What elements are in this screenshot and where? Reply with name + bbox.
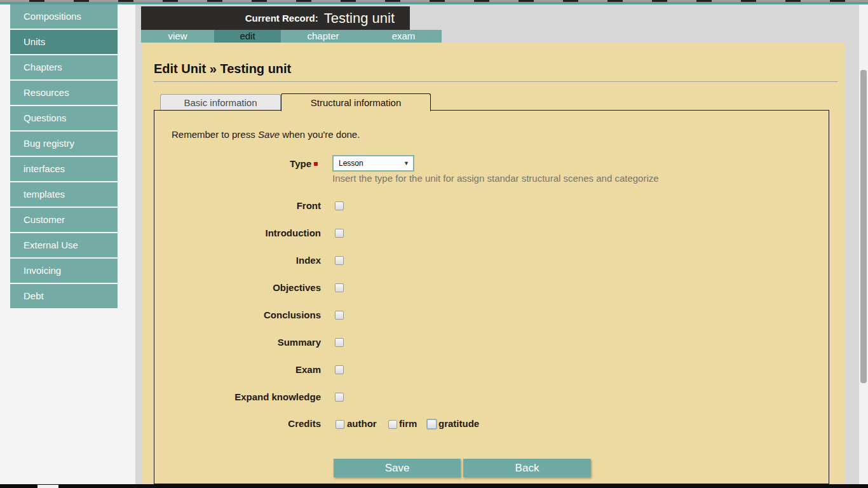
back-button[interactable]: Back xyxy=(463,459,591,477)
sidebar-item-compositions[interactable]: Compositions xyxy=(10,4,118,29)
sidebar-item-debt[interactable]: Debt xyxy=(10,284,118,308)
record-tabs: view edit chapter exam xyxy=(141,30,442,43)
record-tab-exam[interactable]: exam xyxy=(365,30,442,43)
credits-label: Credits xyxy=(165,418,321,429)
record-tab-edit[interactable]: edit xyxy=(214,30,281,43)
sidebar-item-customer[interactable]: Customer xyxy=(10,208,118,232)
page: Compositions Units Chapters Resources Qu… xyxy=(0,0,868,488)
taskbar-item xyxy=(37,485,58,488)
sidebar-item-chapters[interactable]: Chapters xyxy=(10,55,118,79)
save-button[interactable]: Save xyxy=(334,459,461,477)
current-record-value: Testing unit xyxy=(324,10,395,27)
conclusions-label: Conclusions xyxy=(165,309,321,320)
note-suffix: when you're done. xyxy=(280,129,360,140)
title-divider xyxy=(154,81,837,82)
credits-author-label: author xyxy=(347,418,377,429)
type-select[interactable]: Lesson ▼ xyxy=(332,155,414,172)
sidebar-item-units[interactable]: Units xyxy=(10,30,118,54)
tab-structural-information[interactable]: Structural information xyxy=(281,93,431,111)
sidebar-item-invoicing[interactable]: Invoicing xyxy=(10,259,118,283)
sidebar-item-bug-registry[interactable]: Bug registry xyxy=(10,132,118,156)
credits-gratitude-label: gratitude xyxy=(438,418,479,429)
sidebar-item-resources[interactable]: Resources xyxy=(10,81,118,105)
type-label: Type xyxy=(165,158,311,169)
tab-basic-information[interactable]: Basic information xyxy=(160,94,281,110)
credits-gratitude-checkbox[interactable] xyxy=(426,419,437,430)
credits-author-checkbox[interactable] xyxy=(336,420,344,429)
current-record-label: Current Record: xyxy=(245,13,318,24)
expand-knowledge-checkbox[interactable] xyxy=(335,393,344,402)
current-record-bar: Current Record: Testing unit xyxy=(141,6,410,30)
front-label: Front xyxy=(165,200,321,211)
objectives-label: Objectives xyxy=(165,282,321,293)
front-checkbox[interactable] xyxy=(335,201,344,210)
summary-checkbox[interactable] xyxy=(335,338,344,347)
note-emphasis: Save xyxy=(258,129,280,140)
index-checkbox[interactable] xyxy=(335,256,344,265)
page-title: Edit Unit » Testing unit xyxy=(154,62,291,76)
type-select-value: Lesson xyxy=(339,159,363,168)
introduction-label: Introduction xyxy=(165,227,321,238)
exam-label: Exam xyxy=(165,364,321,375)
save-reminder-note: Remember to press Save when you're done. xyxy=(172,129,360,140)
introduction-checkbox[interactable] xyxy=(335,229,344,238)
expand-knowledge-label: Expand knowledge xyxy=(165,391,321,402)
sidebar-item-templates[interactable]: templates xyxy=(10,182,118,207)
record-tab-view[interactable]: view xyxy=(141,30,214,43)
conclusions-checkbox[interactable] xyxy=(335,311,344,320)
dropdown-arrow-icon: ▼ xyxy=(403,160,409,166)
index-label: Index xyxy=(165,255,321,266)
objectives-checkbox[interactable] xyxy=(335,283,344,292)
required-marker xyxy=(314,162,318,166)
credits-firm-checkbox[interactable] xyxy=(388,420,397,429)
sidebar-item-interfaces[interactable]: interfaces xyxy=(10,157,118,181)
type-help-text: Insert the type for the unit for assign … xyxy=(332,173,659,184)
bottom-edge-bar xyxy=(0,484,868,488)
note-prefix: Remember to press xyxy=(172,129,258,140)
sidebar-item-questions[interactable]: Questions xyxy=(10,106,118,130)
sidebar: Compositions Units Chapters Resources Qu… xyxy=(10,4,118,309)
credits-firm-label: firm xyxy=(399,418,417,429)
scrollbar-thumb[interactable] xyxy=(860,70,867,383)
exam-checkbox[interactable] xyxy=(335,365,344,374)
record-tab-chapter[interactable]: chapter xyxy=(281,30,365,43)
summary-label: Summary xyxy=(165,337,321,348)
sidebar-item-external-use[interactable]: External Use xyxy=(10,233,118,257)
